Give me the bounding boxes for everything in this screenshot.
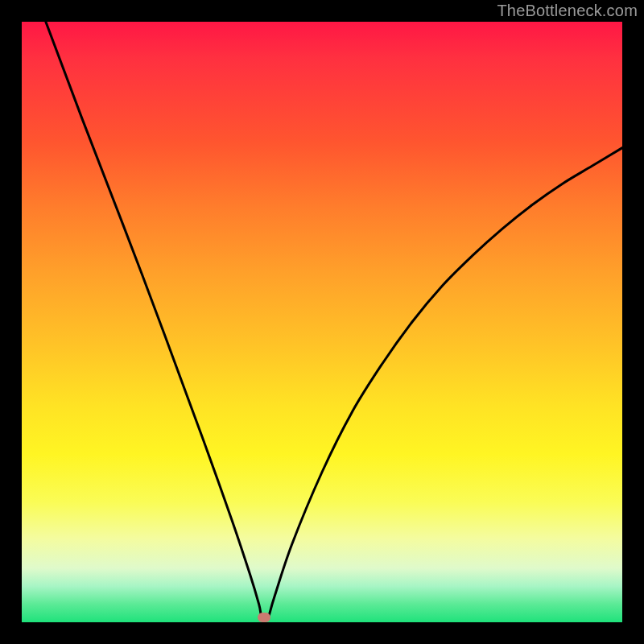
chart-canvas: TheBottleneck.com	[0, 0, 644, 644]
plot-area	[22, 22, 622, 622]
optimum-marker	[258, 613, 270, 622]
attribution-label: TheBottleneck.com	[497, 2, 638, 20]
bottleneck-curve	[22, 22, 622, 622]
